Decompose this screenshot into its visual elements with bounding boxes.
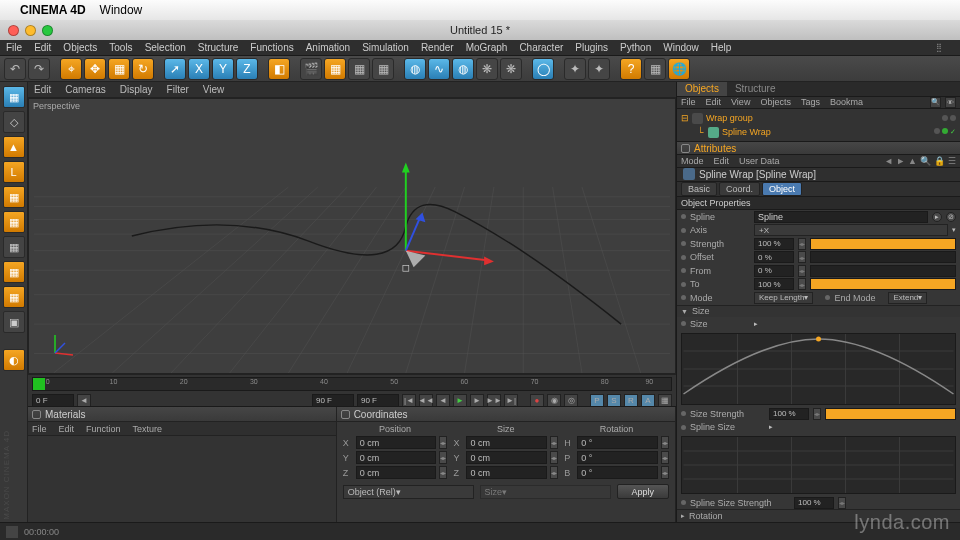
menu-mograph[interactable]: MoGraph — [466, 42, 508, 53]
environment-button[interactable]: ◯ — [532, 58, 554, 80]
mat-menu-function[interactable]: Function — [86, 424, 121, 434]
tree-spline-wrap[interactable]: └Spline Wrap ✓ — [681, 125, 956, 139]
obj-menu-tags[interactable]: Tags — [801, 97, 820, 107]
apply-button[interactable]: Apply — [617, 484, 670, 499]
tl-step-fwd[interactable]: ►► — [487, 394, 501, 407]
minimize-button[interactable] — [25, 25, 36, 36]
tl-keysel[interactable]: ◎ — [564, 394, 578, 407]
attr-menu-mode[interactable]: Mode — [681, 156, 704, 166]
menu-functions[interactable]: Functions — [250, 42, 293, 53]
texture-mode-button[interactable]: ◇ — [3, 111, 25, 133]
timeline-playhead[interactable] — [33, 378, 45, 390]
tl-record[interactable]: ● — [530, 394, 544, 407]
z-axis-button[interactable]: Z — [236, 58, 258, 80]
mac-app-name[interactable]: CINEMA 4D — [20, 3, 86, 17]
to-slider[interactable] — [810, 278, 956, 290]
axis-dropdown[interactable]: +X — [754, 224, 948, 236]
rotate-button[interactable]: ↻ — [132, 58, 154, 80]
layout-button[interactable]: ▦ — [644, 58, 666, 80]
primitive-button[interactable]: ◍ — [404, 58, 426, 80]
menu-edit[interactable]: Edit — [34, 42, 51, 53]
menu-plugins[interactable]: Plugins — [575, 42, 608, 53]
size-strength-slider[interactable] — [825, 408, 956, 420]
redo-button[interactable]: ↷ — [28, 58, 50, 80]
attr-nav-back-icon[interactable]: ◄ — [884, 156, 893, 166]
deformer-button[interactable]: ❋ — [500, 58, 522, 80]
rot-h-field[interactable]: 0 ° — [577, 436, 658, 449]
spline-button[interactable]: ∿ — [428, 58, 450, 80]
view-menu-filter[interactable]: Filter — [167, 84, 189, 95]
attr-tab-object[interactable]: Object — [762, 182, 802, 196]
offset-slider[interactable] — [810, 251, 956, 263]
rot-b-field[interactable]: 0 ° — [577, 466, 658, 479]
eye-icon[interactable]: 👁 — [945, 97, 956, 108]
axis-lock-button[interactable]: ➚ — [164, 58, 186, 80]
rot-p-field[interactable]: 0 ° — [577, 451, 658, 464]
make-editable-button[interactable]: ◐ — [3, 349, 25, 371]
menu-render[interactable]: Render — [421, 42, 454, 53]
spline-pick-icon[interactable]: ▸ — [932, 212, 942, 222]
content-browser-button[interactable]: 🌐 — [668, 58, 690, 80]
to-field[interactable]: 100 % — [754, 278, 794, 290]
attr-tab-coord[interactable]: Coord. — [719, 182, 760, 196]
model-mode-button[interactable]: ▦ — [3, 86, 25, 108]
move-button[interactable]: ✥ — [84, 58, 106, 80]
x-axis-button[interactable]: X — [188, 58, 210, 80]
zoom-button[interactable] — [42, 25, 53, 36]
timeline-start-field[interactable]: 0 F — [32, 394, 74, 407]
tl-frame-back[interactable]: ◄ — [436, 394, 450, 407]
tl-autokey[interactable]: ◉ — [547, 394, 561, 407]
menu-character[interactable]: Character — [519, 42, 563, 53]
viewport-3-button[interactable]: ▦ — [3, 261, 25, 283]
mac-menu-window[interactable]: Window — [100, 3, 143, 17]
size-y-field[interactable]: 0 cm — [466, 451, 547, 464]
menu-window[interactable]: Window — [663, 42, 699, 53]
live-select-button[interactable]: ⌖ — [60, 58, 82, 80]
poly-mode-button[interactable]: ▦ — [3, 186, 25, 208]
menu-selection[interactable]: Selection — [145, 42, 186, 53]
attr-menu-edit[interactable]: Edit — [714, 156, 730, 166]
tl-pla-key[interactable]: ▦ — [658, 394, 672, 407]
menu-animation[interactable]: Animation — [306, 42, 350, 53]
size-spline-graph[interactable] — [681, 333, 956, 405]
help-button[interactable]: ? — [620, 58, 642, 80]
clapperboard-icon[interactable] — [6, 526, 18, 538]
rotation-section-header[interactable]: Rotation — [689, 511, 723, 521]
spline-field[interactable]: Spline — [754, 211, 928, 223]
timeline-end-field[interactable]: 90 F — [357, 394, 399, 407]
camera-button[interactable]: ✦ — [564, 58, 586, 80]
obj-menu-file[interactable]: File — [681, 97, 696, 107]
menu-file[interactable]: File — [6, 42, 22, 53]
y-axis-button[interactable]: Y — [212, 58, 234, 80]
view-menu-cameras[interactable]: Cameras — [65, 84, 106, 95]
tl-step-back[interactable]: ◄◄ — [419, 394, 433, 407]
attr-nav-fwd-icon[interactable]: ► — [896, 156, 905, 166]
size-mode-dropdown[interactable]: Size ▾ — [480, 485, 611, 499]
search-icon[interactable]: 🔍 — [930, 97, 941, 108]
spline-size-graph[interactable] — [681, 436, 956, 494]
render-settings-button[interactable]: ▦ — [372, 58, 394, 80]
end-mode-dropdown[interactable]: Extend ▾ — [888, 292, 927, 304]
tl-goto-start[interactable]: |◄ — [402, 394, 416, 407]
timeline-prev-key[interactable]: ◄ — [77, 394, 91, 407]
generator2-button[interactable]: ❋ — [476, 58, 498, 80]
object-mode-dropdown[interactable]: Object (Rel) ▾ — [343, 485, 474, 499]
timeline-fps-field[interactable]: 90 F — [312, 394, 354, 407]
viewport-perspective[interactable]: Perspective — [28, 98, 676, 374]
close-button[interactable] — [8, 25, 19, 36]
coord-system-button[interactable]: ◧ — [268, 58, 290, 80]
tl-goto-end[interactable]: ►| — [504, 394, 518, 407]
size-strength-field[interactable]: 100 % — [769, 408, 809, 420]
tab-structure[interactable]: Structure — [727, 82, 784, 96]
strength-slider[interactable] — [810, 238, 956, 250]
tl-play[interactable]: ► — [453, 394, 467, 407]
menu-objects[interactable]: Objects — [63, 42, 97, 53]
light-button[interactable]: ✦ — [588, 58, 610, 80]
menu-tools[interactable]: Tools — [109, 42, 132, 53]
object-tree[interactable]: ⊟Wrap group └Spline Wrap ✓ — [677, 109, 960, 141]
mat-menu-file[interactable]: File — [32, 424, 47, 434]
render-region-button[interactable]: ▦ — [324, 58, 346, 80]
menu-python[interactable]: Python — [620, 42, 651, 53]
tl-rot-key[interactable]: R — [624, 394, 638, 407]
mat-menu-edit[interactable]: Edit — [59, 424, 75, 434]
